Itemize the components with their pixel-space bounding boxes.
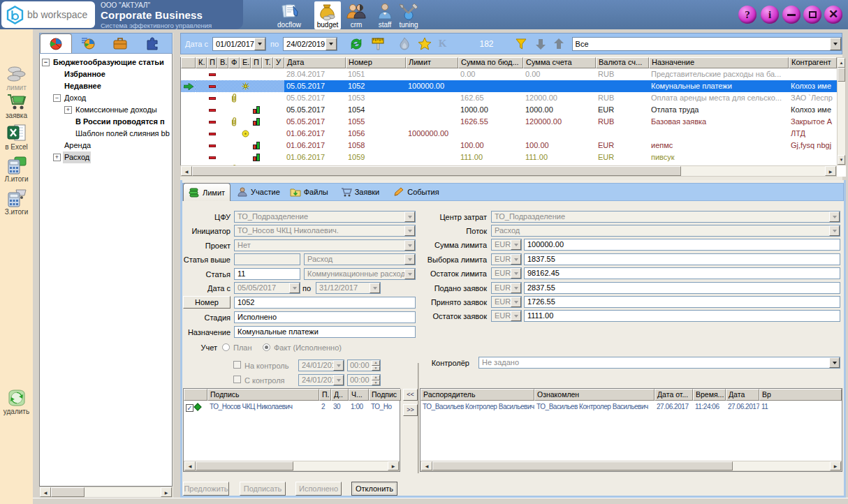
- collapse-icon[interactable]: −: [53, 94, 61, 102]
- module-crm[interactable]: crm: [344, 1, 369, 29]
- money-value-field[interactable]: 2837.55: [524, 282, 840, 294]
- signs-column-header[interactable]: [184, 389, 207, 401]
- grid-column-header[interactable]: [181, 57, 196, 68]
- cost-center-select[interactable]: ТО_Подразделение: [491, 211, 840, 223]
- grid-hscrollbar[interactable]: ◀ ▶: [180, 165, 837, 177]
- tree-tab-briefcase[interactable]: [104, 33, 136, 53]
- tab-limit[interactable]: Лимит: [183, 183, 231, 201]
- money-value-field[interactable]: 100000.00: [524, 239, 840, 251]
- k-button[interactable]: K: [439, 38, 447, 50]
- tree-item[interactable]: +Расход: [40, 151, 172, 163]
- scroll-thumb[interactable]: [196, 461, 293, 470]
- sidebar-delete-button[interactable]: удалить: [0, 388, 33, 415]
- signs-column-header[interactable]: Ч...: [349, 389, 369, 401]
- sidebar-z-itogi-button[interactable]: З.итоги: [0, 188, 33, 216]
- from-control-date[interactable]: 24/01/2019: [298, 374, 344, 386]
- detail-date-from[interactable]: 05/05/2017: [234, 282, 300, 294]
- number-field[interactable]: 1052: [234, 297, 416, 309]
- project-select[interactable]: Нет: [234, 239, 416, 251]
- expand-icon[interactable]: +: [53, 154, 61, 161]
- dropdown-arrow-icon[interactable]: [326, 38, 337, 50]
- module-budget[interactable]: budget: [314, 1, 341, 29]
- module-tuning[interactable]: tuning: [395, 1, 422, 29]
- scroll-left-arrow[interactable]: ◀: [40, 487, 51, 497]
- currency-select[interactable]: EUR: [491, 253, 522, 265]
- signs-column-header[interactable]: П.: [319, 389, 331, 401]
- detail-date-to[interactable]: 31/12/2017: [316, 282, 381, 294]
- grid-column-header[interactable]: П: [207, 57, 217, 68]
- expand-icon[interactable]: +: [64, 106, 72, 114]
- tab-files[interactable]: Файлы: [285, 183, 333, 201]
- currency-select[interactable]: EUR: [491, 296, 522, 308]
- reject-button[interactable]: Отклонить: [351, 482, 397, 496]
- managers-column-header[interactable]: Вр: [759, 389, 842, 401]
- collapse-icon[interactable]: −: [42, 59, 50, 66]
- dropdown-arrow-icon[interactable]: [830, 38, 841, 50]
- sign-checkbox[interactable]: ✓: [186, 404, 193, 412]
- controller-select[interactable]: Не задано: [478, 357, 840, 369]
- from-control-checkbox[interactable]: [233, 376, 241, 383]
- tree-tab-budget-articles[interactable]: [40, 34, 72, 53]
- tree-item[interactable]: Шаблон полей слияния bb: [40, 128, 172, 140]
- tree-item[interactable]: Аренда: [40, 140, 172, 151]
- sort-asc-button[interactable]: [553, 38, 564, 50]
- scroll-down-arrow[interactable]: ▼: [838, 155, 845, 165]
- tree-item[interactable]: −Бюджетообразующие статьи: [40, 57, 172, 68]
- module-staff[interactable]: staff: [372, 1, 397, 29]
- help-button[interactable]: ?: [738, 6, 756, 24]
- currency-select[interactable]: EUR: [491, 239, 522, 251]
- grid-column-header[interactable]: Контрагент: [789, 57, 837, 68]
- panel-splitter[interactable]: [173, 33, 180, 498]
- grid-row[interactable]: 28.04.201710510.000.00RUBПредставительск…: [181, 68, 846, 80]
- grid-row[interactable]: 05.05.201710541000.001000.00EURОтлата тр…: [181, 104, 846, 116]
- scroll-left-arrow[interactable]: ◀: [181, 166, 192, 176]
- tab-sobytiya[interactable]: События: [388, 183, 444, 201]
- tree-item[interactable]: +Комиссионные доходы: [40, 104, 172, 116]
- grid-column-header[interactable]: Сумма по бюд...: [458, 57, 523, 68]
- managers-column-header[interactable]: Ознакомлен: [534, 389, 655, 401]
- sidebar-l-itogi-button[interactable]: Л.итоги: [0, 156, 33, 183]
- tree-item[interactable]: −Доход: [40, 92, 172, 104]
- grid-column-header[interactable]: Ф: [228, 57, 240, 68]
- grid-column-header[interactable]: Назначение: [649, 57, 789, 68]
- scroll-thumb[interactable]: [51, 487, 85, 497]
- flame-button[interactable]: [398, 37, 411, 51]
- number-button[interactable]: Номер: [183, 296, 231, 309]
- expand-signs-button[interactable]: >>: [403, 404, 418, 416]
- scroll-thumb[interactable]: [432, 461, 733, 470]
- currency-select[interactable]: EUR: [491, 310, 522, 322]
- grid-row[interactable]: 05.05.20171053162.6512000.00RUBОплата ар…: [181, 92, 846, 104]
- collapse-signs-button[interactable]: <<: [403, 389, 418, 401]
- scroll-thumb[interactable]: [192, 166, 681, 176]
- initiator-select[interactable]: ТО_Носов ЧКЦ Николаевич.: [234, 225, 416, 237]
- stage-field[interactable]: Исполнено: [234, 311, 416, 323]
- grid-row[interactable]: 05.05.20171052100000.00Комунальные плате…: [181, 80, 846, 92]
- tree-hscrollbar[interactable]: ◀ ▶: [39, 487, 173, 498]
- fact-radio[interactable]: [263, 343, 270, 351]
- scroll-left-arrow[interactable]: ◀: [421, 461, 432, 470]
- tab-uchastie[interactable]: Участие: [232, 183, 285, 201]
- managers-column-header[interactable]: Распорядитель: [421, 389, 534, 401]
- done-button[interactable]: Исполнено: [295, 482, 342, 496]
- refresh-button[interactable]: [349, 37, 364, 51]
- grid-row[interactable]: 01.06.20171059111.00111.00EURпивсук: [181, 151, 846, 163]
- grid-row[interactable]: 05.05.201710551626.55120000.00RUBБазовая…: [181, 116, 846, 128]
- grid-column-header[interactable]: Номер: [346, 57, 406, 68]
- on-control-checkbox[interactable]: [233, 361, 241, 369]
- money-value-field[interactable]: 1726.55: [524, 296, 840, 308]
- maximize-button[interactable]: [803, 6, 821, 24]
- grid-column-header[interactable]: К.: [196, 57, 207, 68]
- money-value-field[interactable]: 1837.55: [524, 253, 840, 265]
- grid-column-header[interactable]: Лимит: [406, 57, 458, 68]
- date-from-picker[interactable]: 01/01/2017: [212, 37, 266, 51]
- spinner-buttons[interactable]: ▲▼: [372, 375, 380, 385]
- dropdown-arrow-icon[interactable]: [254, 38, 265, 50]
- grid-column-header[interactable]: Валюта сч...: [596, 57, 649, 68]
- from-control-time[interactable]: 00:00▲▼: [347, 374, 381, 386]
- managers-column-header[interactable]: Дата: [726, 389, 759, 401]
- cfu-select[interactable]: ТО_Подразделение: [234, 211, 416, 223]
- article-above-field[interactable]: [234, 253, 300, 265]
- sort-desc-button[interactable]: [535, 38, 546, 50]
- plan-radio[interactable]: [222, 343, 230, 351]
- filter-button[interactable]: [515, 38, 527, 50]
